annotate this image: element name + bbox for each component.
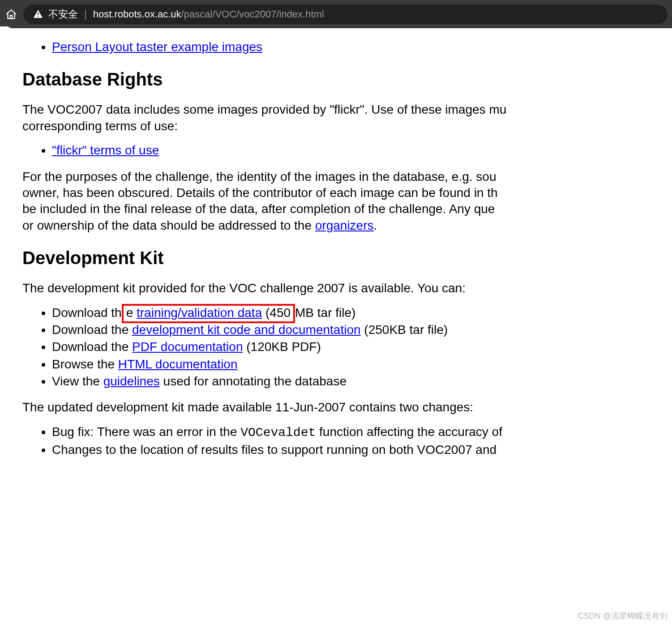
pdf-doc-link[interactable]: PDF documentation <box>132 340 243 354</box>
page-content: Person Layout taster example images Data… <box>0 28 672 458</box>
list-item: Bug fix: There was an error in the VOCev… <box>52 424 672 441</box>
list-item: View the guidelines used for annotating … <box>52 373 672 389</box>
paragraph: For the purposes of the challenge, the i… <box>22 169 672 234</box>
heading-database-rights: Database Rights <box>22 68 672 91</box>
home-icon <box>5 9 17 20</box>
top-list: Person Layout taster example images <box>22 39 672 55</box>
list-item: Download the development kit code and do… <box>52 322 672 338</box>
url-path: /pascal/VOC/voc2007/index.html <box>181 9 324 20</box>
list-item: "flickr" terms of use <box>52 142 672 158</box>
warning-icon <box>32 9 44 20</box>
changes-list: Bug fix: There was an error in the VOCev… <box>22 424 672 458</box>
home-button[interactable] <box>4 8 18 21</box>
heading-development-kit: Development Kit <box>22 246 672 269</box>
insecure-label: 不安全 <box>48 8 78 21</box>
watermark: CSDN @流星蝴蝶没有剑 <box>578 611 668 621</box>
training-validation-link[interactable]: training/validation data <box>137 306 262 320</box>
list-item: Download the training/validation data (4… <box>52 305 672 321</box>
flickr-terms-link[interactable]: "flickr" terms of use <box>52 143 159 157</box>
list-item: Download the PDF documentation (120KB PD… <box>52 339 672 355</box>
url-text: host.robots.ox.ac.uk/pascal/VOC/voc2007/… <box>93 9 324 20</box>
address-bar[interactable]: 不安全 | host.robots.ox.ac.uk/pascal/VOC/vo… <box>23 4 668 24</box>
list-item: Browse the HTML documentation <box>52 356 672 372</box>
red-highlight-box: e training/validation data (450 <box>122 304 295 323</box>
code-vocevaldet: VOCevaldet <box>240 426 316 440</box>
svg-rect-1 <box>38 16 39 17</box>
html-doc-link[interactable]: HTML documentation <box>118 357 238 371</box>
paragraph: The updated development kit made availab… <box>22 399 672 415</box>
tab-curve <box>0 26 13 37</box>
url-host: host.robots.ox.ac.uk <box>93 9 181 20</box>
devkit-list: Download the training/validation data (4… <box>22 305 672 390</box>
devkit-code-link[interactable]: development kit code and documentation <box>132 323 361 337</box>
browser-chrome: 不安全 | host.robots.ox.ac.uk/pascal/VOC/vo… <box>0 0 672 28</box>
person-layout-link[interactable]: Person Layout taster example images <box>52 40 262 54</box>
svg-rect-0 <box>38 13 39 15</box>
guidelines-link[interactable]: guidelines <box>103 374 160 388</box>
paragraph: The VOC2007 data includes some images pr… <box>22 102 672 134</box>
list-item: Person Layout taster example images <box>52 39 672 55</box>
paragraph: The development kit provided for the VOC… <box>22 280 672 296</box>
organizers-link[interactable]: organizers <box>315 218 374 232</box>
separator: | <box>82 9 89 20</box>
list-item: Changes to the location of results files… <box>52 442 672 458</box>
flickr-list: "flickr" terms of use <box>22 142 672 158</box>
